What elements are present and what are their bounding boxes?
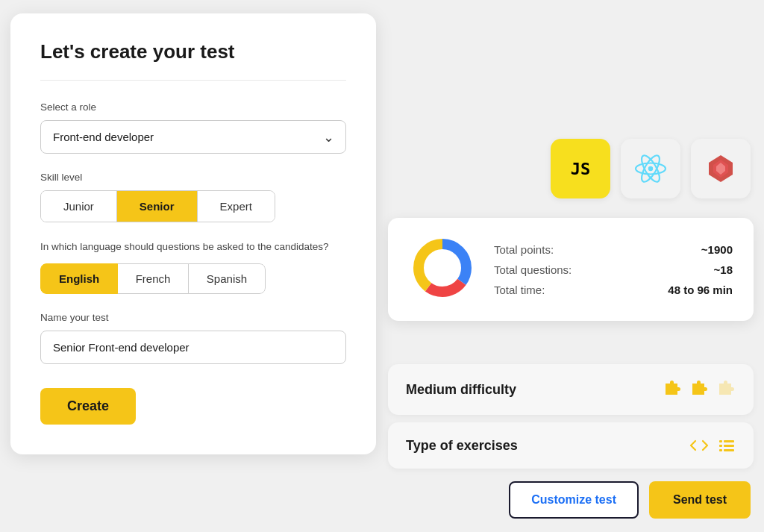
language-question: In which language should questions be as… [40, 240, 346, 254]
bottom-buttons: Customize test Send test [509, 481, 751, 519]
language-group: In which language should questions be as… [40, 240, 346, 294]
lang-spanish-button[interactable]: Spanish [188, 263, 266, 294]
send-test-button[interactable]: Send test [649, 481, 751, 519]
skill-senior-button[interactable]: Senior [117, 191, 198, 222]
donut-hole [425, 250, 460, 286]
svg-rect-9 [724, 445, 734, 447]
name-input[interactable] [40, 331, 346, 364]
skill-group: Skill level Junior Senior Expert [40, 172, 346, 222]
exercises-label: Type of exercises [406, 438, 518, 454]
role-dropdown-wrapper: Front-end developer Back-end developer F… [40, 120, 346, 154]
stats-card: Total points: ~1900 Total questions: ~18… [388, 218, 754, 321]
ruby-icon [704, 152, 737, 185]
total-questions-value: ~18 [714, 263, 733, 276]
lang-french-button[interactable]: French [117, 263, 190, 294]
react-center-dot [648, 166, 653, 171]
divider [40, 80, 346, 81]
total-questions-label: Total questions: [494, 263, 572, 276]
difficulty-icon-2 [688, 379, 709, 400]
total-time-row: Total time: 48 to 96 min [494, 284, 733, 296]
skill-junior-button[interactable]: Junior [41, 191, 117, 222]
svg-rect-6 [719, 440, 722, 442]
tech-icons: JS [551, 139, 751, 198]
role-dropdown[interactable]: Front-end developer Back-end developer F… [40, 120, 346, 154]
card-title: Let's create your test [40, 40, 346, 63]
customize-test-button[interactable]: Customize test [509, 481, 639, 519]
code-icon [689, 437, 709, 454]
role-label: Select a role [40, 101, 346, 113]
create-button[interactable]: Create [40, 388, 136, 425]
total-points-row: Total points: ~1900 [494, 243, 733, 256]
difficulty-label: Medium difficulty [406, 382, 516, 398]
total-points-value: ~1900 [701, 243, 733, 256]
total-time-label: Total time: [494, 284, 545, 296]
stats-info: Total points: ~1900 Total questions: ~18… [494, 243, 733, 296]
react-icon [633, 151, 668, 186]
create-test-card: Let's create your test Select a role Fro… [10, 13, 376, 454]
exercises-icons [689, 437, 736, 454]
svg-rect-8 [719, 445, 722, 447]
total-points-label: Total points: [494, 243, 554, 256]
total-time-value: 48 to 96 min [668, 284, 733, 296]
svg-rect-7 [724, 440, 734, 442]
name-label: Name your test [40, 312, 346, 323]
exercises-card: Type of exercises [388, 422, 754, 469]
difficulty-card: Medium difficulty [388, 364, 754, 415]
ruby-tech-icon[interactable] [691, 139, 751, 198]
svg-rect-10 [719, 449, 722, 451]
total-questions-row: Total questions: ~18 [494, 263, 733, 276]
svg-rect-11 [724, 449, 734, 451]
difficulty-icons [661, 379, 736, 400]
js-label: JS [571, 160, 591, 178]
skill-expert-button[interactable]: Expert [198, 191, 275, 222]
list-icon [718, 437, 736, 454]
difficulty-icon-1 [661, 379, 682, 400]
lang-english-button[interactable]: English [40, 263, 118, 294]
name-group: Name your test [40, 312, 346, 364]
main-container: Let's create your test Select a role Fro… [0, 0, 764, 532]
skill-label: Skill level [40, 172, 346, 183]
role-group: Select a role Front-end developer Back-e… [40, 101, 346, 154]
skill-buttons: Junior Senior Expert [40, 190, 275, 222]
react-tech-icon[interactable] [621, 139, 680, 198]
difficulty-icon-3 [715, 379, 736, 400]
language-buttons: English French Spanish [40, 263, 266, 294]
donut-chart [409, 234, 476, 304]
js-tech-icon[interactable]: JS [551, 139, 610, 198]
